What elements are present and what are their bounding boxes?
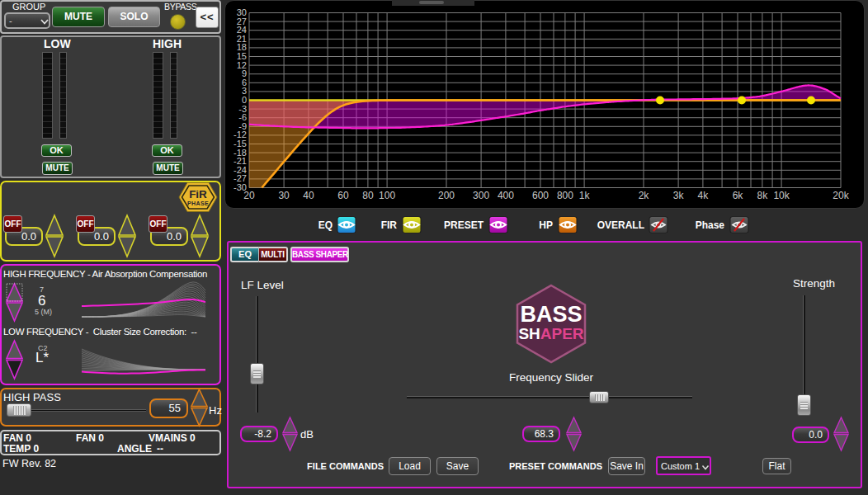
svg-text:-24: -24 xyxy=(234,165,247,175)
svg-text:100: 100 xyxy=(379,190,395,201)
svg-text:200: 200 xyxy=(438,190,455,201)
svg-text:BASS: BASS xyxy=(520,302,582,327)
svg-text:3k: 3k xyxy=(673,190,685,201)
svg-text:PHASE: PHASE xyxy=(187,200,209,206)
svg-text:-3: -3 xyxy=(238,104,247,114)
svg-text:18: 18 xyxy=(237,42,247,52)
svg-text:10k: 10k xyxy=(773,190,790,201)
svg-text:30: 30 xyxy=(278,190,290,201)
svg-text:SHAPER: SHAPER xyxy=(518,325,583,342)
svg-text:1k: 1k xyxy=(579,190,591,201)
svg-text:15: 15 xyxy=(237,51,247,61)
svg-text:60: 60 xyxy=(337,190,349,201)
svg-text:9: 9 xyxy=(242,68,247,78)
svg-text:3: 3 xyxy=(242,86,247,96)
svg-text:40: 40 xyxy=(303,190,314,201)
svg-text:27: 27 xyxy=(237,16,247,26)
svg-text:-15: -15 xyxy=(234,139,247,148)
svg-text:20: 20 xyxy=(243,190,255,201)
svg-text:30: 30 xyxy=(237,7,247,17)
svg-text:8k: 8k xyxy=(757,190,769,201)
svg-text:800: 800 xyxy=(557,190,573,201)
svg-text:80: 80 xyxy=(362,190,374,201)
svg-text:-9: -9 xyxy=(238,121,247,131)
svg-text:400: 400 xyxy=(498,190,514,201)
svg-text:300: 300 xyxy=(473,190,489,201)
svg-text:-12: -12 xyxy=(234,130,247,139)
svg-text:-18: -18 xyxy=(234,148,247,158)
svg-text:0: 0 xyxy=(242,95,247,105)
svg-text:4k: 4k xyxy=(698,190,710,201)
svg-text:12: 12 xyxy=(237,60,247,70)
svg-text:2k: 2k xyxy=(639,190,650,201)
svg-text:600: 600 xyxy=(532,190,549,201)
svg-text:-21: -21 xyxy=(234,156,247,166)
svg-text:6: 6 xyxy=(242,78,247,87)
svg-text:6k: 6k xyxy=(733,190,744,201)
svg-text:21: 21 xyxy=(237,34,247,44)
svg-text:24: 24 xyxy=(237,25,247,35)
svg-text:-27: -27 xyxy=(234,173,247,183)
svg-text:FiR: FiR xyxy=(189,188,207,200)
svg-text:-6: -6 xyxy=(238,112,247,122)
svg-text:20k: 20k xyxy=(833,190,849,201)
